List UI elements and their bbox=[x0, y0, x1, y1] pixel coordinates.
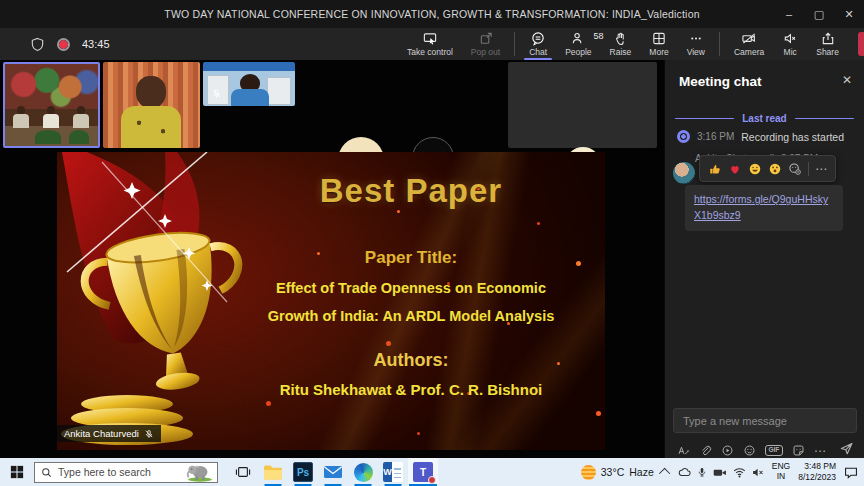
plant bbox=[69, 130, 89, 144]
surprised-reaction-icon[interactable] bbox=[768, 162, 782, 176]
mail-button[interactable] bbox=[318, 458, 348, 486]
teams-icon: T bbox=[413, 462, 433, 482]
chat-button[interactable]: Chat bbox=[520, 28, 556, 60]
close-button[interactable]: ✕ bbox=[834, 0, 864, 28]
task-view-button[interactable] bbox=[228, 458, 258, 486]
share-button[interactable]: Share bbox=[807, 28, 848, 60]
shared-screen-slide: Best Paper Paper Title: Effect of Trade … bbox=[57, 152, 605, 450]
weather-temp: 33°C bbox=[601, 466, 624, 478]
toolbar-divider bbox=[514, 32, 515, 56]
toolbar-buttons: Take control Pop out Chat 58 People Rais… bbox=[398, 28, 864, 60]
taskbar-apps: Ps W T bbox=[228, 458, 438, 486]
onedrive-icon[interactable] bbox=[678, 467, 691, 478]
room-person bbox=[73, 106, 89, 128]
taskbar-time: 3:48 PM bbox=[798, 461, 836, 472]
compose-more-icon[interactable]: ⋯ bbox=[814, 444, 826, 458]
language-indicator[interactable]: ENG IN bbox=[772, 462, 790, 482]
people-icon bbox=[570, 31, 586, 46]
presenter-name-tag: Ankita Chaturvedi bbox=[57, 425, 161, 442]
more-reactions-icon[interactable] bbox=[788, 162, 802, 176]
last-read-divider: Last read bbox=[675, 113, 854, 124]
mic-off-icon bbox=[144, 429, 154, 439]
task-view-icon bbox=[235, 465, 251, 479]
authors-label: Authors: bbox=[225, 350, 597, 371]
paper-title-line1: Effect of Trade Openness on Economic bbox=[225, 280, 597, 296]
plant bbox=[35, 130, 61, 144]
weather-haze-icon bbox=[581, 465, 596, 480]
minimize-button[interactable]: – bbox=[774, 0, 804, 28]
reaction-more-options[interactable]: ⋯ bbox=[815, 164, 827, 174]
participant-tile-sc[interactable] bbox=[508, 62, 657, 148]
meeting-toolbar: 43:45 Take control Pop out Chat 58 Peopl… bbox=[0, 28, 864, 60]
maximize-button[interactable]: ▢ bbox=[804, 0, 834, 28]
format-icon[interactable] bbox=[677, 444, 690, 457]
network-icon[interactable] bbox=[733, 467, 746, 478]
word-button[interactable]: W bbox=[378, 458, 408, 486]
shield-icon bbox=[30, 37, 45, 52]
toolbar-divider bbox=[719, 32, 720, 56]
action-center-icon[interactable] bbox=[844, 466, 858, 479]
word-icon: W bbox=[383, 462, 403, 482]
video-tile-speaker[interactable] bbox=[103, 62, 200, 148]
file-explorer-icon bbox=[263, 464, 283, 481]
video-tile-room[interactable] bbox=[3, 62, 100, 148]
window-title: TWO DAY NATIONAL CONFERENCE ON INNOVATIO… bbox=[0, 8, 864, 20]
raise-hand-button[interactable]: Raise bbox=[601, 28, 641, 60]
chat-close-icon[interactable]: ✕ bbox=[842, 73, 852, 87]
teams-meeting-window: TWO DAY NATIONAL CONFERENCE ON INNOVATIO… bbox=[0, 0, 864, 486]
room-person bbox=[13, 106, 29, 128]
message-link[interactable]: https://forms.gle/Q9guHHskyX1b9sbz9 bbox=[694, 192, 834, 224]
volume-muted-icon[interactable] bbox=[752, 467, 764, 478]
reaction-popup: ⋯ bbox=[699, 155, 836, 182]
event-text: Recording has started bbox=[741, 131, 844, 143]
view-button[interactable]: More bbox=[640, 28, 677, 60]
authors-names: Ritu Shekhawat & Prof. C. R. Bishnoi bbox=[225, 381, 597, 398]
laugh-reaction-icon[interactable] bbox=[748, 162, 762, 176]
trophy-graphic bbox=[57, 152, 307, 450]
title-bar: TWO DAY NATIONAL CONFERENCE ON INNOVATIO… bbox=[0, 0, 864, 28]
raise-hand-icon bbox=[612, 31, 628, 46]
tray-camera-icon[interactable] bbox=[713, 467, 727, 478]
start-button[interactable] bbox=[0, 458, 34, 486]
camera-button[interactable]: Camera bbox=[725, 28, 773, 60]
file-explorer-button[interactable] bbox=[258, 458, 288, 486]
edge-button[interactable] bbox=[348, 458, 378, 486]
search-icon bbox=[41, 467, 52, 478]
camera-off-icon bbox=[741, 31, 757, 46]
view-grid-icon bbox=[651, 31, 667, 46]
slide-text-block: Best Paper Paper Title: Effect of Trade … bbox=[225, 152, 597, 398]
tray-expand-icon[interactable] bbox=[659, 468, 670, 479]
slide-bokeh-dots bbox=[357, 192, 360, 195]
meeting-timer: 43:45 bbox=[82, 38, 110, 50]
chat-panel-title: Meeting chat bbox=[679, 74, 762, 89]
take-control-button[interactable]: Take control bbox=[398, 28, 462, 60]
video-clip-icon[interactable] bbox=[721, 444, 734, 457]
heart-reaction-icon[interactable] bbox=[728, 162, 742, 176]
thumbs-up-reaction-icon[interactable] bbox=[708, 162, 722, 176]
people-button[interactable]: 58 People bbox=[556, 28, 600, 60]
photoshop-button[interactable]: Ps bbox=[288, 458, 318, 486]
emoji-icon[interactable] bbox=[743, 444, 756, 457]
teams-button[interactable]: T bbox=[408, 458, 438, 486]
weather-widget[interactable]: 33°C Haze bbox=[581, 465, 654, 480]
tray-mic-icon[interactable] bbox=[697, 466, 707, 478]
more-button[interactable]: View bbox=[678, 28, 714, 60]
sticker-icon[interactable] bbox=[792, 444, 805, 457]
taskbar-search[interactable] bbox=[34, 462, 218, 483]
person-head bbox=[136, 76, 166, 108]
video-tile-attendee[interactable] bbox=[203, 62, 295, 106]
windows-logo-icon bbox=[10, 465, 24, 479]
attach-icon[interactable] bbox=[699, 444, 712, 457]
search-input[interactable] bbox=[58, 466, 176, 478]
leave-button[interactable]: Leave bbox=[858, 32, 864, 56]
share-screen-icon bbox=[820, 31, 836, 46]
mic-off-icon bbox=[211, 88, 222, 99]
slide-heading: Best Paper bbox=[225, 172, 597, 210]
taskbar-clock[interactable]: 3:48 PM 8/12/2023 bbox=[798, 461, 836, 482]
person-body bbox=[121, 106, 181, 148]
paper-title-line2: Growth of India: An ARDL Model Analysis bbox=[225, 308, 597, 324]
mic-button[interactable]: Mic bbox=[773, 28, 807, 60]
pop-out-button: Pop out bbox=[462, 28, 509, 60]
gif-icon[interactable]: GIF bbox=[765, 445, 783, 457]
chat-message-input[interactable] bbox=[673, 408, 857, 433]
